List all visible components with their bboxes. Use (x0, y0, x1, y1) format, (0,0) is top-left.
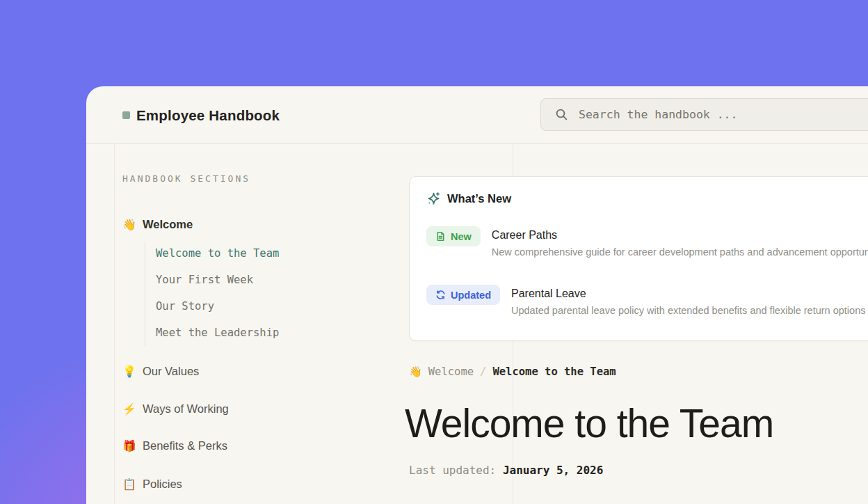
refresh-icon (435, 290, 446, 300)
sidebar-item-benefits-perks[interactable]: 🎁 Benefits & Perks (122, 436, 227, 455)
sidebar-subitem-our-story[interactable]: Our Story (156, 299, 214, 313)
window-body: HANDBOOK SECTIONS 👋 Welcome Welcome to t… (86, 144, 868, 504)
wave-icon: 👋 (409, 365, 422, 378)
sidebar-item-label: Policies (143, 478, 182, 491)
breadcrumb-current-page: Welcome to the Team (492, 365, 616, 378)
whats-new-item-parental-leave[interactable]: Updated Parental Leave Updated parental … (426, 285, 865, 316)
whats-new-item-title: Career Paths (492, 229, 868, 242)
sidebar-item-welcome[interactable]: 👋 Welcome (122, 215, 193, 233)
badge-label: New (451, 231, 472, 242)
whats-new-header: What’s New (426, 191, 511, 206)
sidebar-item-ways-of-working[interactable]: ⚡ Ways of Working (122, 400, 229, 418)
sidebar-item-policies[interactable]: 📋 Policies (122, 475, 182, 493)
whats-new-item-description: Updated parental leave policy with exten… (511, 305, 865, 316)
breadcrumb-separator: / (480, 365, 486, 378)
left-rule-divider (114, 144, 115, 504)
whats-new-item-text: Career Paths New comprehensive guide for… (492, 226, 868, 258)
gift-icon: 🎁 (122, 439, 135, 452)
app-window: Employee Handbook Search the handbook ..… (86, 86, 868, 504)
sidebar-subitem-your-first-week[interactable]: Your First Week (156, 273, 253, 287)
app-title: Employee Handbook (136, 107, 280, 124)
search-icon (555, 108, 568, 121)
whats-new-title: What’s New (447, 192, 511, 205)
search-placeholder: Search the handbook ... (579, 108, 737, 121)
whats-new-item-description: New comprehensive guide for career devel… (492, 246, 868, 258)
sidebar-item-label: Benefits & Perks (143, 439, 227, 452)
sidebar-heading: HANDBOOK SECTIONS (122, 173, 250, 184)
last-updated: Last updated: January 5, 2026 (409, 464, 603, 477)
sidebar-item-label: Welcome (143, 218, 193, 231)
sidebar-item-label: Our Values (143, 365, 199, 378)
sidebar-subitem-meet-the-leadership[interactable]: Meet the Leadership (156, 326, 279, 340)
breadcrumb-section-link[interactable]: Welcome (428, 365, 474, 378)
page-title: Welcome to the Team (405, 400, 773, 446)
whats-new-card: What’s New New Career Paths New comprehe… (409, 176, 868, 341)
last-updated-value: January 5, 2026 (503, 464, 604, 477)
clipboard-icon: 📋 (122, 478, 135, 491)
app-header: Employee Handbook Search the handbook ..… (86, 86, 868, 144)
sidebar-item-label: Ways of Working (143, 402, 229, 416)
whats-new-item-text: Parental Leave Updated parental leave po… (511, 285, 865, 316)
last-updated-label: Last updated: (409, 464, 496, 477)
lightning-icon: ⚡ (122, 402, 135, 416)
sidebar-item-our-values[interactable]: 💡 Our Values (122, 362, 199, 380)
whats-new-item-career-paths[interactable]: New Career Paths New comprehensive guide… (426, 226, 868, 258)
logo-mark (122, 111, 130, 119)
lightbulb-icon: 💡 (122, 365, 135, 378)
updated-badge: Updated (426, 285, 500, 305)
document-icon (435, 231, 446, 242)
sparkle-icon (426, 191, 441, 206)
brand: Employee Handbook (122, 86, 280, 144)
sidebar-subitem-welcome-to-the-team[interactable]: Welcome to the Team (156, 246, 279, 260)
subnav-indent-guide (145, 242, 145, 346)
wave-icon: 👋 (122, 218, 135, 231)
new-badge: New (426, 226, 481, 246)
badge-label: Updated (451, 290, 491, 301)
whats-new-item-title: Parental Leave (511, 288, 865, 300)
search-input[interactable]: Search the handbook ... (540, 98, 868, 131)
breadcrumb: 👋 Welcome / Welcome to the Team (409, 365, 616, 378)
